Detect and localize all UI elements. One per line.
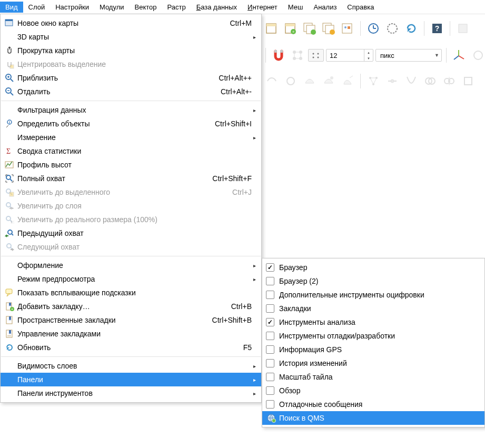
panel-toggle-item[interactable]: История изменений [262,356,484,370]
submenu-arrow-icon: ▸ [253,34,256,40]
svg-rect-78 [6,289,12,294]
generic-disabled-icon[interactable] [470,47,485,64]
menu-item[interactable]: Предыдущий охват [1,226,261,240]
menu-item[interactable]: Оформление▸ [1,258,261,272]
panel-toggle-item[interactable]: Дополнительные инструменты оцифровки [262,288,484,302]
spinner-up-icon[interactable]: ▲ [364,49,373,55]
menu-item[interactable]: Видимость слоев▸ [1,359,261,373]
menu-item[interactable]: +Добавить закладку…Ctrl+B [1,300,261,313]
panel-toggle-item[interactable]: Браузер [262,261,484,274]
digitize-tool-1-icon[interactable] [263,73,280,89]
vertex-tool-icon[interactable] [365,73,382,89]
menu-item-shortcut: Ctrl+Shift+F [212,174,257,183]
maptips-icon [4,287,15,298]
snapping-icon[interactable] [270,47,287,64]
snap-units-combo[interactable]: пикс ▼ [375,49,442,62]
menu-item-label: Панели инструментов [17,389,247,397]
new-layout-icon[interactable] [263,20,280,37]
menu-mesh[interactable]: Меш [283,2,309,13]
new-report-icon[interactable]: + [282,20,299,37]
svg-point-11 [330,29,335,35]
panel-toggle-item[interactable]: Браузер (2) [262,274,484,288]
temporal-settings-icon[interactable] [384,20,401,37]
svg-line-65 [10,179,12,181]
snap-tolerance-value[interactable]: 12 [326,52,364,59]
help-icon[interactable]: ? [429,20,446,37]
menu-item[interactable]: Прокрутка карты [1,44,261,57]
menu-item[interactable]: Пространственные закладкиCtrl+Shift+B [1,313,261,327]
menu-view[interactable]: Вид [0,2,23,13]
generic-tool-icon[interactable] [454,20,471,37]
menu-raster[interactable]: Растр [162,2,191,13]
svg-point-37 [330,76,333,79]
digitize-tool-2-icon[interactable] [282,73,299,89]
menu-item[interactable]: Показать всплывающие подсказки [1,286,261,300]
svg-point-30 [313,57,314,58]
menu-item[interactable]: iОпределить объектыCtrl+Shift+I [1,117,261,131]
menu-item[interactable]: Новое окно картыCtrl+M [1,16,261,30]
snap-options-icon[interactable] [308,49,324,62]
node-tool-icon[interactable] [384,73,401,89]
menu-item[interactable]: ПриблизитьCtrl+Alt++ [1,71,261,85]
menu-settings[interactable]: Настройки [50,2,94,13]
panel-item-label: Закладки [279,304,480,313]
svg-point-43 [391,79,394,83]
panel-toggle-item[interactable]: Инструменты отладки/разработки [262,329,484,343]
menu-item[interactable]: Управление закладками [1,327,261,341]
panel-toggle-item[interactable]: Закладки [262,302,484,315]
menu-processing[interactable]: Анализ [308,2,342,13]
blank-icon [4,374,15,385]
snap-tolerance-spinner[interactable]: 12 ▲▼ [326,49,373,62]
split-features-icon[interactable] [441,73,458,89]
digitize-tool-5-icon[interactable] [339,73,356,89]
menu-item[interactable]: Режим предпросмотра▸ [1,272,261,286]
panel-toggle-item[interactable]: Информация GPS [262,343,484,356]
digitize-tool-3-icon[interactable] [301,73,318,89]
panel-toggle-item[interactable]: Отладочные сообщения [262,397,484,411]
menu-item[interactable]: 3D карты▸ [1,30,261,44]
identify-icon: i [4,118,15,130]
style-manager-icon[interactable] [339,20,356,37]
menu-layer[interactable]: Слой [23,2,51,13]
layout-manager-icon[interactable] [301,20,318,37]
zoom-actual-icon: 1:1 [4,214,15,225]
menu-plugins[interactable]: Модули [94,2,130,13]
submenu-arrow-icon: ▸ [253,107,256,113]
topology-editing-icon[interactable] [289,47,306,64]
separator [1,101,261,101]
svg-point-86 [272,419,276,423]
menu-item[interactable]: Панели инструментов▸ [1,386,261,400]
menu-web[interactable]: Интернет [242,2,283,13]
menu-vector[interactable]: Вектор [129,2,162,13]
panel-item-label: Дополнительные инструменты оцифровки [279,291,480,299]
generic-digitize-icon[interactable] [460,73,477,89]
menu-database[interactable]: База данных [191,2,242,13]
menu-item[interactable]: Профиль высот [1,158,261,172]
panel-toggle-item[interactable]: Поиск в QMS [262,411,484,425]
digitize-tool-4-icon[interactable] [320,73,337,89]
panel-toggle-item[interactable]: Инструменты анализа [262,315,484,329]
layout-duplicate-icon[interactable] [320,20,337,37]
svg-text:?: ? [435,24,440,33]
menu-item[interactable]: Полный охватCtrl+Shift+F [1,172,261,185]
menu-item[interactable]: ΣСводка статистики [1,144,261,158]
menu-item[interactable]: ОбновитьF5 [1,341,261,354]
menu-item-label: Сводка статистики [17,147,257,155]
refresh-toolbar-icon[interactable] [403,20,420,37]
refresh-icon [4,342,15,353]
menu-item[interactable]: Панели▸ [1,373,261,386]
snap-units-value: пикс [380,52,394,59]
menu-item[interactable]: Фильтрация данных▸ [1,103,261,117]
panel-toggle-item[interactable]: Обзор [262,384,484,397]
temporal-controller-icon[interactable] [365,20,382,37]
axes3d-icon[interactable] [451,47,468,64]
menu-help[interactable]: Справка [342,2,379,13]
blank-icon [4,31,15,43]
spinner-down-icon[interactable]: ▼ [364,55,373,61]
simplify-icon[interactable] [403,73,420,89]
menu-item[interactable]: ОтдалитьCtrl+Alt+- [1,85,261,98]
menu-item-label: Пространственные закладки [17,316,200,324]
merge-features-icon[interactable] [422,73,439,89]
panel-toggle-item[interactable]: Масштаб тайла [262,370,484,384]
menu-item[interactable]: Измерение▸ [1,131,261,144]
